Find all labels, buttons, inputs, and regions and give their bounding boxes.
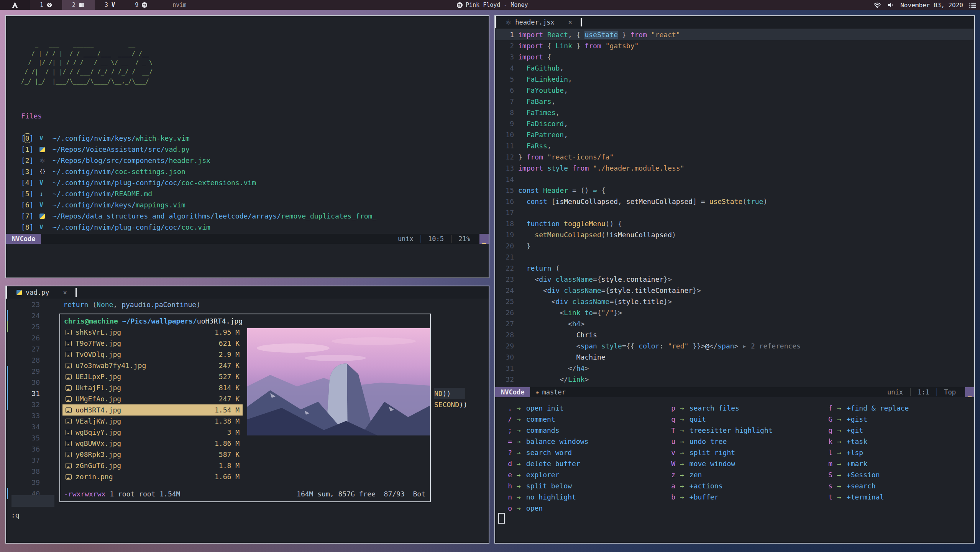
code-line-7[interactable]: FaBars, (518, 96, 556, 107)
workspace-1[interactable]: 1 (30, 0, 62, 10)
start-file-entry[interactable]: [5]↓~/.config/nvim/README.md (21, 188, 376, 199)
file-row[interactable]: UEJLpxP.jpg527 K (62, 371, 243, 382)
code-line-9[interactable]: FaDiscord, (518, 118, 568, 129)
which-key-item-h[interactable]: h→split below (501, 480, 588, 491)
command-line[interactable]: :q (11, 511, 20, 519)
file-row[interactable]: shKsVrL.jpg1.95 M (62, 327, 243, 338)
code-line-28[interactable]: Chris (518, 329, 597, 340)
which-key-item-o[interactable]: o→open (501, 503, 588, 514)
which-key-item-G[interactable]: G→+gist (821, 414, 909, 425)
code-line-6[interactable]: FaYoutube, (518, 85, 568, 96)
which-key-item-T[interactable]: T→treesitter highlight (664, 425, 773, 436)
code-line-1[interactable]: import React, { useState } from "react" (518, 29, 680, 40)
code-line-15[interactable]: const Header = () ⇒ { (518, 185, 606, 196)
which-key-item-b[interactable]: b→+buffer (664, 491, 773, 503)
start-file-entry[interactable]: [2]⚛~/Repos/blog/src/components/header.j… (21, 155, 376, 166)
start-file-entry[interactable]: [6]V~/.config/nvim/keys/mappings.vim (21, 199, 376, 210)
file-row[interactable]: uoH3RT4.jpg1.54 M (62, 404, 243, 416)
file-row[interactable]: zorin.png1.66 M (62, 471, 243, 482)
which-key-item-/[interactable]: /→comment (501, 414, 588, 425)
which-key-item-a[interactable]: a→+actions (664, 480, 773, 491)
code-line-31[interactable]: ND)) (434, 388, 465, 399)
statusline-cursor-box: _ (479, 234, 489, 244)
code-line-32[interactable]: </Link> (518, 374, 589, 385)
close-icon[interactable]: × (568, 18, 572, 26)
file-row[interactable]: VEaljKW.jpg1.38 M (62, 416, 243, 427)
code-line-13[interactable]: import style from "./header.module.less" (518, 163, 685, 174)
which-key-item-.[interactable]: .→open init (501, 402, 588, 414)
code-line-12[interactable]: } from "react-icons/fa" (518, 151, 614, 163)
file-row[interactable]: UktajFl.jpg814 K (62, 382, 243, 393)
gutter-sign (7, 366, 8, 377)
start-file-entry[interactable]: [4]V~/.config/nvim/plug-config/coc/coc-e… (21, 177, 376, 188)
code-line-4[interactable]: FaGithub, (518, 62, 564, 74)
which-key-item-n[interactable]: n→no highlight (501, 491, 588, 503)
which-key-item-;[interactable]: ;→commands (501, 425, 588, 436)
start-file-entry[interactable]: [8]V~/.config/nvim/plug-config/coc/coc.v… (21, 222, 376, 233)
start-file-entry[interactable]: [7]~/Repos/data_structures_and_algorithm… (21, 210, 376, 222)
workspace-9[interactable]: 9 (125, 0, 157, 10)
which-key-item-k[interactable]: k→+task (821, 436, 909, 447)
tab-vadpy[interactable]: vad.py × (16, 288, 77, 297)
which-key-item-v[interactable]: v→split right (664, 447, 773, 458)
which-key-item-m[interactable]: m→+mark (821, 458, 909, 469)
code-line-18[interactable]: function toggleMenu() { (518, 218, 622, 229)
code-line-23[interactable]: <div className={style.container}> (518, 274, 672, 285)
which-key-item-u[interactable]: u→undo tree (664, 436, 773, 447)
which-key-item-W[interactable]: W→move window (664, 458, 773, 469)
close-icon[interactable]: × (63, 289, 67, 296)
menu-icon[interactable] (969, 2, 976, 8)
workspace-3[interactable]: 3V (95, 0, 125, 10)
code-line-16[interactable]: const [isMenuCollapsed, setMenuCollapsed… (518, 196, 767, 207)
code-line-24[interactable]: <div className={style.titleContainer}> (518, 285, 701, 296)
file-row[interactable]: zGnGuT6.jpg1.8 M (62, 460, 243, 471)
code-line-31[interactable]: </h4> (518, 363, 589, 374)
code-line-19[interactable]: setMenuCollapsed(!isMenuCollapsed) (518, 229, 676, 240)
file-format: unix (887, 388, 903, 396)
code-line-26[interactable]: <Link to={"/"}> (518, 307, 622, 318)
which-key-item-d[interactable]: d→delete buffer (501, 458, 588, 469)
tabline-start-indicator (495, 16, 496, 28)
code-line-8[interactable]: FaTimes, (518, 107, 560, 118)
code-line-32[interactable]: SECOND)) (434, 399, 468, 410)
start-file-entry[interactable]: [0]V~/.config/nvim/keys/which-key.vim (21, 133, 376, 144)
which-key-item-g[interactable]: g→+git (821, 425, 909, 436)
code-line-5[interactable]: FaLinkedin, (518, 74, 572, 85)
file-row[interactable]: y08Rpk3.jpg587 K (62, 449, 243, 460)
file-row[interactable]: u7o3nwab7fy41.jpg247 K (62, 360, 243, 371)
tab-headerjsx[interactable]: ⚛ header.jsx × (506, 18, 582, 26)
code-line-25[interactable]: <div className={style.title}> (518, 296, 672, 307)
which-key-item-S[interactable]: S→+Session (821, 469, 909, 480)
which-key-item-e[interactable]: e→explorer (501, 469, 588, 480)
which-key-item-=[interactable]: =→balance windows (501, 436, 588, 447)
code-line-20[interactable]: } (518, 240, 531, 251)
file-row[interactable]: UMgEfAo.jpg247 K (62, 393, 243, 404)
which-key-item-s[interactable]: s→+search (821, 480, 909, 491)
code-line-30[interactable]: Machine (518, 352, 606, 363)
file-row[interactable]: TvOVDlq.jpg2.9 M (62, 349, 243, 360)
which-key-item-l[interactable]: l→+lsp (821, 447, 909, 458)
file-row[interactable]: wqBUWVx.jpg1.86 M (62, 438, 243, 449)
start-file-entry[interactable]: [1]~/Repos/VoiceAssistant/src/vad.py (21, 144, 376, 155)
code-line-2[interactable]: import { Link } from "gatsby" (518, 40, 639, 51)
file-row[interactable]: T9o7FWe.jpg621 K (62, 338, 243, 349)
code-line-22[interactable]: return ( (518, 263, 560, 274)
image-file-icon (66, 396, 72, 402)
which-key-item-q[interactable]: q→quit (664, 414, 773, 425)
code-line-10[interactable]: FaPatreon, (518, 129, 568, 140)
which-key-item-f[interactable]: f→+find & replace (821, 402, 909, 414)
code-line-3[interactable]: import { (518, 51, 552, 62)
image-file-icon (66, 430, 72, 435)
which-key-item-?[interactable]: ?→search word (501, 447, 588, 458)
code-line-27[interactable]: <h4> (518, 318, 584, 329)
file-row[interactable]: wgBqiyY.jpg3 M (62, 427, 243, 438)
code-line-29[interactable]: <span style={{ color: "red" }}>@</span> … (518, 340, 801, 352)
start-file-entry[interactable]: [3]{}~/.config/nvim/coc-settings.json (21, 166, 376, 177)
which-key-item-p[interactable]: p→search files (664, 402, 773, 414)
workspace-2[interactable]: 2 (62, 0, 95, 10)
code-line-11[interactable]: FaRss, (518, 140, 552, 151)
line-number: 20 (499, 240, 514, 251)
code-line-23[interactable]: return (None, pyaudio.paContinue) (47, 299, 200, 310)
which-key-item-z[interactable]: z→zen (664, 469, 773, 480)
which-key-item-t[interactable]: t→+terminal (821, 491, 909, 503)
